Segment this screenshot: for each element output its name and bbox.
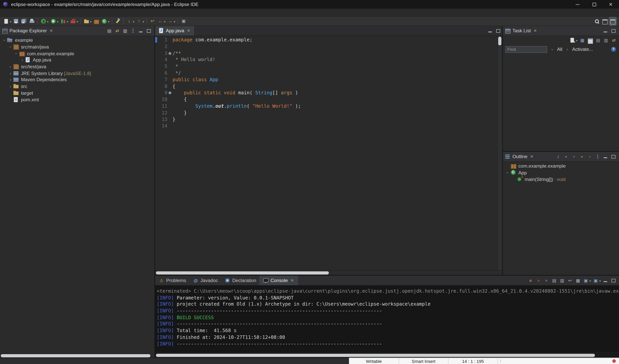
filter-button[interactable]: ▥ bbox=[122, 27, 129, 35]
pin-editor-button[interactable]: ▣ bbox=[180, 17, 187, 25]
console-tab-problems[interactable]: ⚠ Problems bbox=[155, 276, 189, 285]
horizontal-scrollbar[interactable] bbox=[0, 353, 155, 358]
fold-marker-icon[interactable] bbox=[167, 63, 173, 70]
view-menu-button[interactable] bbox=[594, 153, 601, 161]
debug-button[interactable] bbox=[40, 17, 49, 25]
code-line[interactable]: 2 bbox=[155, 43, 497, 50]
minimize-button[interactable] bbox=[602, 153, 609, 161]
code-line[interactable]: 8 { bbox=[155, 83, 497, 90]
console-tab-javadoc[interactable]: @ Javadoc bbox=[189, 276, 221, 285]
tree-item-target[interactable]: target bbox=[0, 90, 155, 96]
fold-marker-icon[interactable] bbox=[167, 90, 173, 96]
hide-static-members-button[interactable]: ▫ bbox=[570, 153, 577, 161]
scrollbar-thumb[interactable] bbox=[156, 271, 329, 274]
close-view-button[interactable] bbox=[48, 28, 54, 34]
window-minimize-button[interactable] bbox=[569, 0, 586, 9]
display-selected-console-button[interactable]: ▣ bbox=[582, 276, 591, 284]
minimize-button[interactable] bbox=[602, 27, 609, 35]
expand-arrow-icon[interactable] bbox=[2, 38, 7, 43]
close-view-button[interactable] bbox=[533, 28, 538, 34]
close-tab-button[interactable] bbox=[186, 28, 191, 34]
editor-tab-app-java[interactable]: App.java bbox=[155, 26, 195, 36]
fold-marker-icon[interactable] bbox=[167, 37, 173, 43]
code-line[interactable]: 3 /** bbox=[155, 50, 497, 56]
sort-button[interactable]: ↕ bbox=[555, 153, 562, 161]
fold-marker-icon[interactable] bbox=[167, 116, 173, 123]
tree-item-example[interactable]: example bbox=[0, 37, 155, 44]
code-line[interactable]: 1 package com.example.example; bbox=[155, 37, 497, 43]
outline-item-app[interactable]: App bbox=[503, 170, 619, 176]
titlebar[interactable]: eclipse-workspace - example/src/main/jav… bbox=[0, 0, 619, 9]
dropdown-arrow-icon[interactable] bbox=[173, 18, 175, 24]
console-output[interactable]: <terminated> C:\Users\meowr\scoop\apps\e… bbox=[155, 285, 619, 352]
tree-item-src-test-java[interactable]: src/test/java bbox=[0, 63, 155, 70]
maximize-button[interactable] bbox=[494, 27, 502, 35]
dropdown-arrow-icon[interactable] bbox=[66, 18, 68, 24]
code-line[interactable]: 12 } bbox=[155, 110, 497, 116]
all-dropdown[interactable]: All bbox=[557, 47, 562, 52]
new-package-button[interactable] bbox=[93, 17, 100, 25]
open-perspective-button[interactable] bbox=[601, 17, 608, 25]
expand-arrow-icon[interactable] bbox=[8, 78, 13, 82]
dropdown-arrow-icon[interactable] bbox=[76, 18, 78, 24]
remove-launch-button[interactable]: × bbox=[535, 276, 542, 284]
hide-non-public-button[interactable]: ▪ bbox=[578, 153, 586, 161]
clear-console-button[interactable]: ▤ bbox=[551, 276, 558, 284]
close-view-button[interactable] bbox=[529, 154, 535, 160]
collapse-all-button[interactable]: ▤ bbox=[106, 27, 113, 35]
code-line[interactable]: 10 { bbox=[155, 96, 497, 103]
pin-console-button[interactable]: ▦ bbox=[574, 276, 581, 284]
dropdown-arrow-icon[interactable] bbox=[132, 18, 134, 24]
dropdown-arrow-icon[interactable] bbox=[599, 278, 601, 283]
code-line[interactable]: 14 bbox=[155, 123, 497, 129]
code-line[interactable]: 5 * bbox=[155, 63, 497, 70]
find-input[interactable] bbox=[505, 46, 547, 53]
fold-marker-icon[interactable] bbox=[167, 50, 173, 56]
new-class-button[interactable]: C bbox=[101, 17, 110, 25]
code-line[interactable]: 7 public class App bbox=[155, 76, 497, 83]
dropdown-arrow-icon[interactable] bbox=[576, 38, 577, 43]
focus-workweek-button[interactable]: ▥ bbox=[602, 36, 609, 44]
maximize-button[interactable] bbox=[610, 153, 617, 161]
help-icon[interactable]: ? bbox=[610, 46, 617, 53]
word-wrap-button[interactable]: ↩ bbox=[567, 276, 574, 284]
fold-marker-icon[interactable] bbox=[167, 103, 173, 109]
dropdown-arrow-icon[interactable] bbox=[107, 18, 109, 24]
new-wizard-button[interactable] bbox=[3, 17, 12, 25]
fold-marker-icon[interactable] bbox=[167, 70, 173, 76]
window-maximize-button[interactable] bbox=[586, 0, 603, 9]
expand-arrow-icon[interactable] bbox=[8, 45, 13, 49]
fold-marker-icon[interactable] bbox=[167, 83, 173, 90]
scheduled-view-button[interactable] bbox=[587, 36, 594, 44]
categorized-view-button[interactable]: ▦ bbox=[579, 36, 586, 44]
run-button[interactable] bbox=[50, 17, 59, 25]
minimize-button[interactable] bbox=[602, 276, 609, 284]
activate-link[interactable]: Activate... bbox=[572, 47, 593, 52]
dropdown-arrow-icon[interactable] bbox=[142, 18, 144, 24]
dropdown-arrow-icon[interactable] bbox=[56, 18, 58, 24]
expand-arrow-icon[interactable] bbox=[14, 51, 19, 56]
next-annotation-button[interactable]: ↓ bbox=[126, 17, 135, 25]
scrollbar-thumb[interactable] bbox=[156, 353, 595, 357]
hide-fields-button[interactable]: ▪ bbox=[563, 153, 570, 161]
external-tools-button[interactable] bbox=[70, 17, 79, 25]
console-tab-declaration[interactable]: Declaration bbox=[221, 276, 259, 285]
maximize-button[interactable] bbox=[145, 27, 153, 35]
window-close-button[interactable] bbox=[602, 0, 619, 9]
hide-local-types-button[interactable]: ▫ bbox=[586, 153, 593, 161]
fold-marker-icon[interactable] bbox=[167, 57, 173, 63]
fold-marker-icon[interactable] bbox=[167, 96, 173, 103]
console-tab-console[interactable]: Console bbox=[259, 276, 298, 285]
fold-marker-icon[interactable] bbox=[167, 123, 173, 129]
tree-item-com-example-example[interactable]: com.example.example bbox=[0, 50, 155, 57]
link-with-editor-button[interactable]: ⇄ bbox=[114, 27, 121, 35]
vertical-scrollbar[interactable] bbox=[497, 36, 502, 270]
expand-arrow-icon[interactable] bbox=[8, 71, 13, 76]
dropdown-arrow-icon[interactable] bbox=[10, 18, 11, 24]
close-tab-button[interactable] bbox=[289, 278, 295, 283]
code-line[interactable]: 6 */ bbox=[155, 70, 497, 76]
outline-item-com-example-example[interactable]: com.example.example bbox=[503, 163, 619, 170]
forward-button[interactable]: → bbox=[167, 17, 176, 25]
code-line[interactable]: 13 } bbox=[155, 116, 497, 123]
dropdown-arrow-icon[interactable] bbox=[164, 18, 166, 24]
